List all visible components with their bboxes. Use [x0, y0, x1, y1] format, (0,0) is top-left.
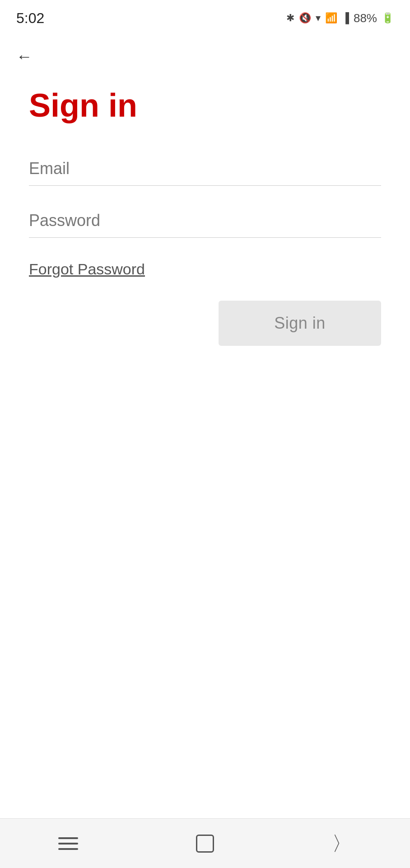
recent-apps-icon [58, 837, 78, 850]
forgot-password-link[interactable]: Forgot Password [29, 260, 145, 278]
mute-icon: 🔇 [299, 12, 311, 24]
back-chevron-icon: 〉 [332, 834, 352, 854]
status-icons: ✱ 🔇 ▾ 📶 ▐ 88% 🔋 [286, 11, 394, 25]
recent-apps-button[interactable] [50, 830, 86, 857]
bottom-nav-bar: 〉 [0, 818, 410, 868]
status-bar: 5:02 ✱ 🔇 ▾ 📶 ▐ 88% 🔋 [0, 0, 410, 36]
page-title: Sign in [29, 86, 381, 125]
home-icon [196, 835, 214, 853]
email-input-group [29, 152, 381, 186]
password-input-group [29, 204, 381, 238]
bluetooth-icon: ✱ [286, 12, 294, 24]
battery-percent: 88% [354, 11, 377, 25]
signal-icon: ▐ [342, 12, 349, 24]
signin-row: Sign in [29, 301, 381, 346]
wifi-icon: 📶 [325, 12, 337, 24]
email-input[interactable] [29, 152, 381, 186]
signin-button[interactable]: Sign in [219, 301, 381, 346]
back-button-nav[interactable]: 〉 [324, 830, 360, 857]
back-button[interactable]: ← [16, 48, 33, 65]
sign-in-form: Forgot Password Sign in [29, 152, 381, 346]
password-input[interactable] [29, 204, 381, 238]
nav-bar: ← [0, 36, 410, 77]
battery-icon: 🔋 [382, 12, 394, 24]
status-time: 5:02 [16, 10, 44, 27]
content-area: Sign in Forgot Password Sign in [0, 77, 410, 818]
home-button[interactable] [187, 830, 223, 857]
location-icon: ▾ [316, 12, 321, 24]
